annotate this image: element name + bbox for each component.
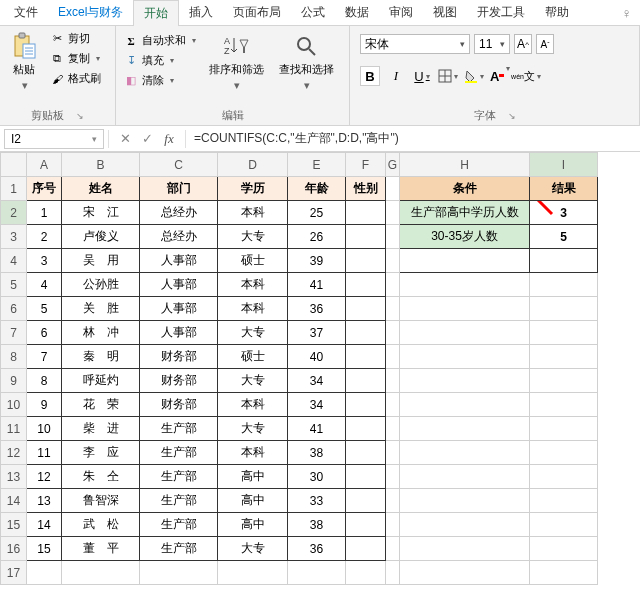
cell-F1[interactable]: 性别 (346, 177, 386, 201)
row-header-7[interactable]: 7 (1, 321, 27, 345)
cell-H15[interactable] (400, 513, 530, 537)
cell-I9[interactable] (530, 369, 598, 393)
cell-A17[interactable] (27, 561, 62, 585)
name-box[interactable]: I2 ▾ (4, 129, 104, 149)
row-header-4[interactable]: 4 (1, 249, 27, 273)
tab-data[interactable]: 数据 (335, 0, 379, 25)
cell-D9[interactable]: 大专 (218, 369, 288, 393)
cell-E10[interactable]: 34 (288, 393, 346, 417)
cell-C10[interactable]: 财务部 (140, 393, 218, 417)
cell-A11[interactable]: 10 (27, 417, 62, 441)
cell-H5[interactable] (400, 273, 530, 297)
cell-G17[interactable] (386, 561, 400, 585)
cell-F13[interactable] (346, 465, 386, 489)
cell-I14[interactable] (530, 489, 598, 513)
tab-review[interactable]: 审阅 (379, 0, 423, 25)
cell-B17[interactable] (62, 561, 140, 585)
dialog-launcher-icon[interactable]: ↘ (508, 111, 516, 121)
cell-A15[interactable]: 14 (27, 513, 62, 537)
cell-G7[interactable] (386, 321, 400, 345)
italic-button[interactable]: I (386, 66, 406, 86)
cell-I13[interactable] (530, 465, 598, 489)
cell-F8[interactable] (346, 345, 386, 369)
tab-dev[interactable]: 开发工具 (467, 0, 535, 25)
dialog-launcher-icon[interactable]: ↘ (76, 111, 84, 121)
row-header-10[interactable]: 10 (1, 393, 27, 417)
cell-C1[interactable]: 部门 (140, 177, 218, 201)
cell-H6[interactable] (400, 297, 530, 321)
cell-C12[interactable]: 生产部 (140, 441, 218, 465)
fill-button[interactable]: ↧ 填充 ▾ (122, 52, 198, 69)
cell-E7[interactable]: 37 (288, 321, 346, 345)
cell-D8[interactable]: 硕士 (218, 345, 288, 369)
cell-D2[interactable]: 本科 (218, 201, 288, 225)
col-header-C[interactable]: C (140, 153, 218, 177)
col-header-E[interactable]: E (288, 153, 346, 177)
cell-F5[interactable] (346, 273, 386, 297)
cell-B11[interactable]: 柴 进 (62, 417, 140, 441)
tab-formulas[interactable]: 公式 (291, 0, 335, 25)
cell-B7[interactable]: 林 冲 (62, 321, 140, 345)
cell-I7[interactable] (530, 321, 598, 345)
cell-D15[interactable]: 高中 (218, 513, 288, 537)
cell-A12[interactable]: 11 (27, 441, 62, 465)
col-header-I[interactable]: I (530, 153, 598, 177)
cell-H13[interactable] (400, 465, 530, 489)
cell-C6[interactable]: 人事部 (140, 297, 218, 321)
cell-G16[interactable] (386, 537, 400, 561)
cell-F7[interactable] (346, 321, 386, 345)
cell-B14[interactable]: 鲁智深 (62, 489, 140, 513)
underline-button[interactable]: U▾ (412, 66, 432, 86)
cell-G9[interactable] (386, 369, 400, 393)
cell-B6[interactable]: 关 胜 (62, 297, 140, 321)
row-header-14[interactable]: 14 (1, 489, 27, 513)
phonetic-button[interactable]: wén文▾ (516, 66, 536, 86)
cell-E12[interactable]: 38 (288, 441, 346, 465)
cell-I12[interactable] (530, 441, 598, 465)
cell-D3[interactable]: 大专 (218, 225, 288, 249)
cell-C14[interactable]: 生产部 (140, 489, 218, 513)
cell-G4[interactable] (386, 249, 400, 273)
border-button[interactable]: ▾ (438, 66, 458, 86)
cell-B15[interactable]: 武 松 (62, 513, 140, 537)
cell-F3[interactable] (346, 225, 386, 249)
cell-D14[interactable]: 高中 (218, 489, 288, 513)
cell-C9[interactable]: 财务部 (140, 369, 218, 393)
col-header-B[interactable]: B (62, 153, 140, 177)
cell-I16[interactable] (530, 537, 598, 561)
cell-F14[interactable] (346, 489, 386, 513)
cell-A10[interactable]: 9 (27, 393, 62, 417)
cell-C11[interactable]: 生产部 (140, 417, 218, 441)
cell-I2[interactable]: 3 (530, 201, 598, 225)
row-header-12[interactable]: 12 (1, 441, 27, 465)
cell-D13[interactable]: 高中 (218, 465, 288, 489)
cell-D6[interactable]: 本科 (218, 297, 288, 321)
cell-E4[interactable]: 39 (288, 249, 346, 273)
cell-F4[interactable] (346, 249, 386, 273)
cell-G6[interactable] (386, 297, 400, 321)
cell-D10[interactable]: 本科 (218, 393, 288, 417)
tell-me-icon[interactable]: ♀ (618, 5, 637, 21)
cell-A4[interactable]: 3 (27, 249, 62, 273)
col-header-D[interactable]: D (218, 153, 288, 177)
cell-B4[interactable]: 吴 用 (62, 249, 140, 273)
cell-H1[interactable]: 条件 (400, 177, 530, 201)
cell-E17[interactable] (288, 561, 346, 585)
cell-E5[interactable]: 41 (288, 273, 346, 297)
cell-B3[interactable]: 卢俊义 (62, 225, 140, 249)
cell-A8[interactable]: 7 (27, 345, 62, 369)
cell-A14[interactable]: 13 (27, 489, 62, 513)
cell-H10[interactable] (400, 393, 530, 417)
formula-input[interactable]: =COUNTIFS(C:C,"生产部",D:D,"高中") (190, 129, 636, 149)
col-header-H[interactable]: H (400, 153, 530, 177)
cell-E13[interactable]: 30 (288, 465, 346, 489)
cell-B10[interactable]: 花 荣 (62, 393, 140, 417)
cell-E2[interactable]: 25 (288, 201, 346, 225)
row-header-11[interactable]: 11 (1, 417, 27, 441)
cell-B13[interactable]: 朱 仝 (62, 465, 140, 489)
row-header-15[interactable]: 15 (1, 513, 27, 537)
cell-C15[interactable]: 生产部 (140, 513, 218, 537)
cell-F2[interactable] (346, 201, 386, 225)
cell-F10[interactable] (346, 393, 386, 417)
cell-I4[interactable] (530, 249, 598, 273)
